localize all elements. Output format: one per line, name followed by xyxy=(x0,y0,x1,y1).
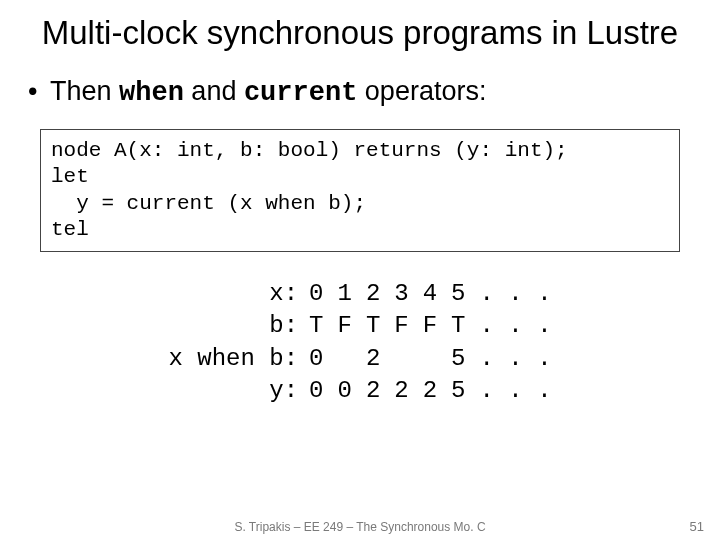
trace-table: x: 0 1 2 3 4 5 . . . b: T F T F F T . . … xyxy=(161,278,558,408)
trace-cell: T xyxy=(444,310,472,342)
code-block: node A(x: int, b: bool) returns (y: int)… xyxy=(40,129,680,252)
trace-cell xyxy=(387,343,415,375)
trace-cell: 2 xyxy=(416,375,444,407)
trace-cell: 0 xyxy=(302,343,330,375)
keyword-when: when xyxy=(119,78,184,108)
trace-cell: 5 xyxy=(444,375,472,407)
trace-cell: . . . xyxy=(473,310,559,342)
trace-label: y: xyxy=(161,375,302,407)
trace-cell: 2 xyxy=(359,278,387,310)
slide-title: Multi-clock synchronous programs in Lust… xyxy=(0,0,720,58)
trace-label: b: xyxy=(161,310,302,342)
trace-cell: 0 xyxy=(330,375,358,407)
bullet-text-pre: Then xyxy=(50,76,119,106)
trace-cell: F xyxy=(387,310,415,342)
trace-row: b: T F T F F T . . . xyxy=(161,310,558,342)
trace-cell: 1 xyxy=(330,278,358,310)
bullet-text-mid: and xyxy=(184,76,244,106)
keyword-current: current xyxy=(244,78,357,108)
trace-cell: . . . xyxy=(473,375,559,407)
trace-cell: F xyxy=(330,310,358,342)
trace-cell: F xyxy=(416,310,444,342)
trace-cell: 5 xyxy=(444,278,472,310)
trace-label: x: xyxy=(161,278,302,310)
trace-cell: T xyxy=(302,310,330,342)
trace-row: x: 0 1 2 3 4 5 . . . xyxy=(161,278,558,310)
trace-cell: T xyxy=(359,310,387,342)
footer-text: S. Tripakis – EE 249 – The Synchronous M… xyxy=(0,520,720,534)
trace-row: x when b: 0 2 5 . . . xyxy=(161,343,558,375)
trace-cell: 2 xyxy=(359,375,387,407)
trace-cell: 0 xyxy=(302,375,330,407)
bullet-list: Then when and current operators: xyxy=(0,58,720,111)
trace-row: y: 0 0 2 2 2 5 . . . xyxy=(161,375,558,407)
trace-cell: . . . xyxy=(473,343,559,375)
bullet-item: Then when and current operators: xyxy=(28,74,692,111)
trace-cell: 2 xyxy=(359,343,387,375)
trace-cell: . . . xyxy=(473,278,559,310)
bullet-text-post: operators: xyxy=(357,76,486,106)
trace-cell xyxy=(416,343,444,375)
trace-cell: 4 xyxy=(416,278,444,310)
trace-cell: 2 xyxy=(387,375,415,407)
trace-cell: 5 xyxy=(444,343,472,375)
trace-cell: 0 xyxy=(302,278,330,310)
trace-cell xyxy=(330,343,358,375)
trace-cell: 3 xyxy=(387,278,415,310)
page-number: 51 xyxy=(690,519,704,534)
trace-label: x when b: xyxy=(161,343,302,375)
